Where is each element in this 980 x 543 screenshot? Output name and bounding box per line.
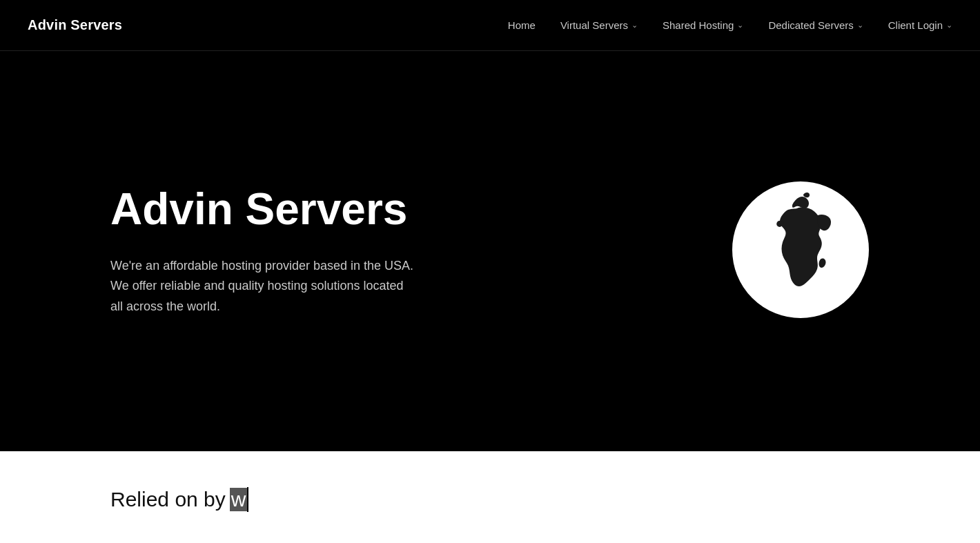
- globe-container: [732, 181, 870, 322]
- nav-link-shared-hosting[interactable]: Shared Hosting ⌄: [663, 19, 743, 31]
- navbar: Advin Servers Home Virtual Servers ⌄ Sha…: [0, 0, 980, 51]
- hero-description: We're an affordable hosting provider bas…: [110, 256, 414, 317]
- hero-content: Advin Servers We're an affordable hostin…: [110, 185, 414, 317]
- chevron-down-icon: ⌄: [946, 21, 952, 30]
- hero-section: Advin Servers We're an affordable hostin…: [0, 51, 980, 451]
- relied-on-prefix: Relied on by: [110, 488, 226, 511]
- hero-title: Advin Servers: [110, 185, 414, 233]
- chevron-down-icon: ⌄: [857, 21, 863, 30]
- bottom-section: Relied on by w: [0, 451, 980, 543]
- globe-icon: [732, 181, 870, 319]
- chevron-down-icon: ⌄: [737, 21, 743, 30]
- nav-item-shared-hosting[interactable]: Shared Hosting ⌄: [663, 19, 743, 31]
- typing-cursor: w: [230, 488, 248, 511]
- nav-item-home[interactable]: Home: [508, 19, 536, 31]
- nav-item-client-login[interactable]: Client Login ⌄: [888, 19, 952, 31]
- nav-link-home[interactable]: Home: [508, 19, 536, 31]
- relied-on-text: Relied on by w: [110, 488, 247, 511]
- nav-link-client-login[interactable]: Client Login ⌄: [888, 19, 952, 31]
- nav-item-dedicated-servers[interactable]: Dedicated Servers ⌄: [768, 19, 863, 31]
- nav-link-virtual-servers[interactable]: Virtual Servers ⌄: [560, 19, 638, 31]
- nav-item-virtual-servers[interactable]: Virtual Servers ⌄: [560, 19, 638, 31]
- chevron-down-icon: ⌄: [631, 21, 638, 30]
- nav-links: Home Virtual Servers ⌄ Shared Hosting ⌄ …: [508, 19, 952, 31]
- nav-link-dedicated-servers[interactable]: Dedicated Servers ⌄: [768, 19, 863, 31]
- site-logo[interactable]: Advin Servers: [28, 17, 122, 33]
